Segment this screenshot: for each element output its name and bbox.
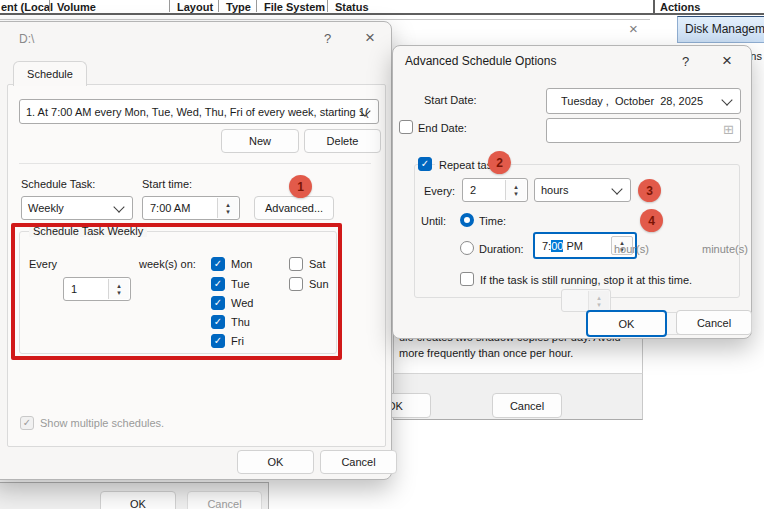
dialog-title: Advanced Schedule Options — [405, 54, 556, 68]
ok-button[interactable]: OK — [586, 310, 667, 337]
actions-item-label: Disk Management — [678, 23, 764, 36]
start-date-combobox[interactable]: Tuesday , October 28, 2025 — [546, 88, 741, 114]
stop-task-checkbox[interactable] — [460, 272, 474, 286]
background-dialog-top-edge — [0, 19, 650, 20]
duration-radio[interactable] — [460, 241, 474, 255]
column-separator — [169, 0, 170, 12]
start-date-value: Tuesday , October 28, 2025 — [547, 95, 709, 107]
start-time-value: 7:00 AM — [150, 202, 190, 214]
annotation-badge-2: 2 — [488, 151, 511, 174]
note-line: more frequently than once per hour. — [399, 347, 573, 360]
actions-pane-header: Actions — [660, 1, 700, 13]
column-header-type[interactable]: Type — [226, 1, 251, 13]
spinner-down-icon[interactable]: ▾ — [226, 208, 230, 215]
check-icon: ✓ — [23, 418, 31, 428]
annotation-badge-3: 3 — [638, 179, 661, 202]
repeat-task-checkbox[interactable]: ✓ — [418, 157, 432, 171]
close-icon[interactable]: × — [365, 28, 375, 48]
repeat-unit-combobox[interactable]: hours — [534, 178, 631, 202]
section-divider — [19, 163, 371, 164]
spinner-down-icon[interactable]: ▾ — [514, 190, 518, 197]
help-icon[interactable]: ? — [682, 54, 689, 69]
until-label: Until: — [421, 215, 446, 228]
disk-management-screen: ent (Local Volume Layout Type File Syste… — [0, 0, 764, 509]
end-date-field[interactable]: ⊞ — [546, 118, 741, 143]
time-radio[interactable] — [460, 213, 474, 227]
hours-suffix-label: hour(s) — [614, 243, 649, 256]
tree-item-partial[interactable]: ent (Local — [1, 1, 53, 13]
spinner-down-icon: ▾ — [597, 301, 601, 308]
duration-label: Duration: — [479, 243, 524, 256]
chevron-down-icon — [611, 183, 622, 194]
column-separator — [327, 0, 328, 12]
delete-button[interactable]: Delete — [304, 129, 381, 153]
spinner-buttons: ▴▾ — [588, 291, 609, 310]
chevron-down-icon — [113, 201, 124, 212]
actions-item-disk-management[interactable]: Disk Management — [677, 16, 764, 43]
schedule-summary-combobox[interactable]: 1. At 7:00 AM every Mon, Tue, Wed, Thu, … — [19, 99, 379, 124]
end-date-label: End Date: — [418, 122, 467, 135]
show-multiple-checkbox[interactable]: ✓ — [20, 416, 34, 430]
repeat-unit-value: hours — [535, 184, 575, 196]
background-dialog-footer: OK Cancel — [393, 373, 643, 420]
help-icon[interactable]: ? — [324, 31, 331, 46]
column-separator — [49, 0, 50, 12]
column-header-status[interactable]: Status — [335, 1, 369, 13]
bottom-ok-button[interactable]: OK — [100, 491, 176, 509]
cancel-button[interactable]: Cancel — [676, 310, 752, 335]
red-highlight-rectangle — [11, 223, 342, 360]
column-header-volume[interactable]: Volume — [57, 1, 96, 13]
minutes-suffix-label: minute(s) — [702, 243, 748, 256]
until-time-value: 7:00 PM — [542, 240, 583, 252]
actions-pane-divider — [653, 0, 655, 13]
column-header-filesystem[interactable]: File System — [264, 1, 325, 13]
column-header-layout[interactable]: Layout — [177, 1, 213, 13]
background-close-icon[interactable]: × — [629, 20, 638, 37]
close-icon[interactable]: × — [722, 51, 732, 71]
duration-hours-spinner[interactable]: ▴▾ — [561, 289, 611, 312]
show-multiple-label: Show multiple schedules. — [40, 417, 164, 430]
selected-time-segment: 00 — [551, 240, 563, 252]
spinner-buttons[interactable]: ▴▾ — [505, 180, 526, 200]
annotation-badge-4: 4 — [640, 209, 663, 232]
repeat-every-label: Every: — [424, 185, 455, 198]
bottom-cancel-button[interactable]: Cancel — [187, 491, 262, 509]
start-date-label: Start Date: — [424, 94, 477, 107]
schedule-dialog: D:\ ? × Schedule 1. At 7:00 AM every Mon… — [0, 21, 392, 480]
bottom-panel: OK Cancel — [0, 482, 269, 509]
schedule-summary-value: 1. At 7:00 AM every Mon, Tue, Wed, Thu, … — [20, 106, 375, 118]
repeat-every-spinner[interactable]: 2 ▴▾ — [462, 178, 528, 202]
time-label: Time: — [479, 215, 506, 228]
schedule-task-label: Schedule Task: — [21, 178, 95, 191]
schedule-task-combobox[interactable]: Weekly — [21, 196, 133, 220]
spinner-up-icon: ▴ — [597, 294, 601, 301]
end-date-checkbox[interactable] — [399, 120, 413, 134]
stop-task-label: If the task is still running, stop it at… — [480, 274, 692, 287]
new-button[interactable]: New — [221, 129, 299, 153]
tab-schedule[interactable]: Schedule — [13, 61, 87, 86]
cancel-button[interactable]: Cancel — [320, 450, 397, 474]
advanced-button[interactable]: Advanced... — [254, 196, 334, 220]
column-separator — [256, 0, 257, 12]
header-underline — [0, 13, 764, 15]
dialog-title: D:\ — [19, 32, 34, 46]
annotation-badge-1: 1 — [289, 175, 312, 198]
repeat-every-value: 2 — [470, 184, 476, 196]
ok-button[interactable]: OK — [237, 450, 314, 474]
schedule-task-value: Weekly — [22, 202, 70, 214]
check-icon: ✓ — [421, 159, 429, 169]
spinner-up-icon[interactable]: ▴ — [226, 201, 230, 208]
start-time-spinner[interactable]: 7:00 AM ▴▾ — [142, 196, 240, 220]
spinner-up-icon[interactable]: ▴ — [514, 183, 518, 190]
calendar-icon: ⊞ — [723, 122, 734, 137]
background-cancel-button[interactable]: Cancel — [492, 393, 562, 418]
spinner-buttons[interactable]: ▴▾ — [217, 198, 238, 218]
column-separator — [218, 0, 219, 12]
chevron-down-icon — [721, 94, 732, 105]
start-time-label: Start time: — [142, 178, 192, 191]
advanced-schedule-dialog: Advanced Schedule Options ? × Start Date… — [392, 45, 752, 339]
